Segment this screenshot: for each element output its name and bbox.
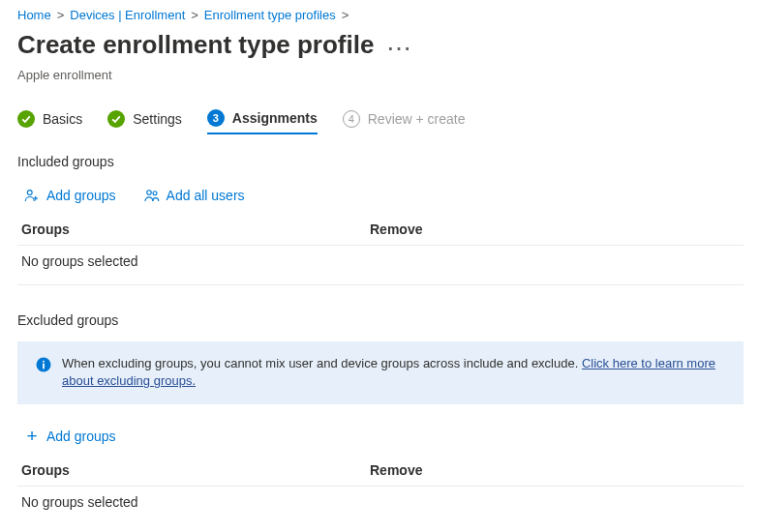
add-groups-button[interactable]: + Add groups: [21, 424, 118, 449]
chevron-right-icon: >: [340, 8, 351, 22]
step-number-active-icon: 3: [207, 109, 225, 127]
svg-point-4: [153, 192, 157, 195]
breadcrumb: Home > Devices | Enrollment > Enrollment…: [17, 6, 744, 30]
people-icon: [143, 187, 161, 204]
svg-rect-7: [43, 364, 45, 369]
chevron-right-icon: >: [55, 8, 67, 22]
excluded-actions-row: + Add groups: [17, 418, 744, 455]
more-icon[interactable]: ⋯: [386, 34, 413, 64]
excluded-groups-heading: Excluded groups: [17, 312, 744, 328]
wizard-step-label: Settings: [133, 111, 182, 127]
breadcrumb-item-devices-enrollment[interactable]: Devices | Enrollment: [70, 8, 185, 22]
wizard-steps: Basics Settings 3 Assignments 4 Review +…: [17, 109, 744, 134]
add-all-users-button[interactable]: Add all users: [141, 183, 247, 208]
column-groups: Groups: [21, 222, 370, 237]
column-remove: Remove: [370, 462, 422, 478]
info-text: When excluding groups, you cannot mix us…: [62, 355, 726, 390]
included-groups-heading: Included groups: [17, 154, 744, 169]
column-groups: Groups: [21, 462, 370, 478]
excluded-table-header: Groups Remove: [17, 455, 744, 486]
chevron-right-icon: >: [189, 8, 200, 22]
info-banner: When excluding groups, you cannot mix us…: [17, 341, 744, 403]
add-all-users-label: Add all users: [167, 188, 245, 203]
column-remove: Remove: [370, 222, 422, 237]
included-actions-row: Add groups Add all users: [17, 177, 744, 214]
included-table-header: Groups Remove: [17, 214, 744, 245]
wizard-step-settings[interactable]: Settings: [107, 110, 182, 133]
included-empty-row: No groups selected: [17, 245, 744, 277]
breadcrumb-item-enrollment-type-profiles[interactable]: Enrollment type profiles: [204, 8, 336, 22]
svg-point-6: [43, 361, 45, 363]
breadcrumb-item-home[interactable]: Home: [17, 8, 51, 22]
wizard-step-label: Review + create: [368, 111, 466, 127]
checkmark-icon: [107, 110, 125, 128]
add-groups-label: Add groups: [46, 188, 116, 203]
step-number-upcoming-icon: 4: [343, 110, 360, 128]
add-groups-button[interactable]: Add groups: [21, 183, 118, 208]
info-icon: [35, 356, 52, 373]
checkmark-icon: [17, 110, 35, 128]
wizard-step-label: Basics: [43, 111, 82, 127]
wizard-step-review-create[interactable]: 4 Review + create: [343, 110, 466, 133]
svg-point-0: [27, 191, 32, 195]
wizard-step-basics[interactable]: Basics: [17, 110, 82, 133]
excluded-empty-row: No groups selected: [17, 486, 744, 517]
plus-icon: +: [23, 428, 41, 445]
page-title: Create enrollment type profile: [17, 30, 381, 60]
page-subtitle: Apple enrollment: [17, 68, 744, 82]
add-groups-label: Add groups: [46, 429, 116, 444]
info-message: When excluding groups, you cannot mix us…: [62, 356, 582, 370]
wizard-step-label: Assignments: [232, 110, 318, 126]
wizard-step-assignments[interactable]: 3 Assignments: [207, 109, 318, 134]
svg-point-3: [146, 191, 151, 195]
add-people-icon: [23, 187, 41, 204]
